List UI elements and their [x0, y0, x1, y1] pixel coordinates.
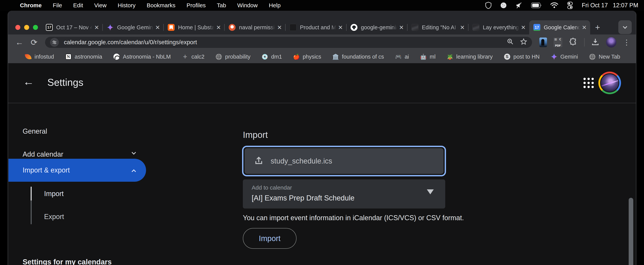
menu-bookmarks[interactable]: Bookmarks [146, 2, 176, 8]
menu-profiles[interactable]: Profiles [186, 2, 206, 8]
tab-google-calendar-active[interactable]: 17 Google Calenda ✕ [529, 20, 590, 34]
close-window-button[interactable] [15, 25, 20, 30]
notebooklm-icon [113, 53, 120, 60]
bookmark-ai[interactable]: 🎮 ai [395, 53, 409, 60]
wifi-icon[interactable] [550, 2, 558, 8]
import-button[interactable]: Import [243, 228, 296, 249]
bookmark-astronomia-nblm[interactable]: Astronomia - NbLM [113, 53, 171, 60]
back-arrow-icon[interactable]: ← [23, 75, 34, 88]
close-icon[interactable]: ✕ [338, 24, 343, 31]
bookmark-infostud[interactable]: infostud [25, 53, 54, 60]
tab-naval-permission[interactable]: naval permissio ✕ [224, 20, 286, 34]
bookmark-gemini[interactable]: Gemini [551, 53, 578, 60]
gemini-diamond-icon [551, 53, 557, 60]
tab-strip: 17 Oct 17 – Nov 4, ✕ Google Gemini ✕ Hom… [8, 11, 636, 34]
tab-google-gemini[interactable]: Google Gemini ✕ [102, 20, 164, 34]
extensions-puzzle-icon[interactable] [569, 37, 578, 47]
tab-lay-everything[interactable]: Lay everything ✕ [468, 20, 529, 34]
google-apps-grid-icon[interactable] [584, 78, 594, 88]
duckduckgo-favicon [229, 24, 236, 31]
close-icon[interactable]: ✕ [399, 24, 404, 31]
settings-content: General Add calendar Import & export Imp… [8, 103, 636, 265]
chevron-down-icon[interactable] [132, 150, 136, 155]
close-icon[interactable]: ✕ [155, 24, 160, 31]
sidebar-item-import-export[interactable]: Import & export [8, 159, 146, 182]
zoom-icon[interactable] [507, 38, 514, 46]
tab-calendar-dates[interactable]: 17 Oct 17 – Nov 4, ✕ [42, 20, 102, 34]
sidebar-item-general[interactable]: General [22, 127, 47, 135]
reload-button[interactable]: ⟳ [31, 38, 38, 47]
menu-chrome[interactable]: Chrome [20, 2, 42, 8]
close-icon[interactable]: ✕ [277, 24, 282, 31]
battery-icon[interactable] [531, 2, 542, 8]
close-icon[interactable]: ✕ [216, 24, 221, 31]
site-settings-icon[interactable] [50, 38, 59, 47]
bookmarks-bar: infostud N astronomia Astronomia - NbLM … [8, 50, 636, 63]
menu-bar-clock[interactable]: Fri Oct 1712:07 PM [582, 2, 638, 9]
menu-file[interactable]: File [53, 2, 62, 8]
bookmark-calc2[interactable]: + calc2 [182, 53, 204, 60]
add-to-calendar-dropdown[interactable]: Add to calendar [AI] Exams Prep Draft Sc… [243, 179, 445, 209]
close-icon[interactable]: ✕ [94, 24, 99, 31]
menu-window[interactable]: Window [237, 2, 258, 8]
bookmark-star-icon[interactable] [520, 38, 527, 46]
fullscreen-window-button[interactable] [33, 25, 38, 30]
bookmark-foundations-of-cs[interactable]: 🏛️ foundations of cs [332, 53, 384, 60]
bookmark-post-to-hn[interactable]: S post to HN [504, 53, 540, 60]
menu-history[interactable]: History [118, 2, 136, 8]
mute-icon[interactable] [516, 2, 523, 9]
bookmark-learning-library[interactable]: 🪴 learning library [446, 53, 492, 60]
bookmark-dm1[interactable]: 💿 dm1 [262, 53, 282, 60]
profile-avatar[interactable] [606, 37, 616, 47]
kindle-extension-icon[interactable] [539, 37, 547, 47]
potted-plant-icon: 🪴 [446, 53, 453, 60]
shield-icon[interactable] [485, 2, 492, 9]
close-icon[interactable]: ✕ [521, 24, 526, 31]
bookmark-probability[interactable]: 🌐 probability [216, 53, 250, 60]
sidebar-item-add-calendar[interactable]: Add calendar [22, 150, 63, 158]
pdf-darkmode-extension-icon[interactable]: PDF [554, 37, 562, 47]
close-icon[interactable]: ✕ [460, 24, 465, 31]
scrollbar-thumb[interactable] [629, 198, 633, 265]
active-indicator [31, 187, 32, 201]
apple-fruit-icon: 🍎 [293, 53, 300, 60]
bookmark-physics[interactable]: 🍎 physics [293, 53, 321, 60]
cd-icon: 💿 [262, 53, 268, 60]
address-bar[interactable]: calendar.google.com/calendar/u/0/r/setti… [45, 37, 532, 48]
bookmark-new-tab[interactable]: 🌐 New Tab [589, 53, 620, 60]
photo-favicon [412, 24, 418, 31]
back-button[interactable]: ← [15, 38, 24, 47]
browser-toolbar: ← ⟳ calendar.google.com/calendar/u/0/r/s… [8, 34, 636, 50]
page-title: Settings [47, 77, 84, 88]
globe-icon: 🌐 [216, 53, 222, 60]
bookmark-astronomia[interactable]: N astronomia [65, 53, 102, 60]
macos-menu-bar: Chrome File Edit View History Bookmarks … [0, 0, 644, 11]
sidebar-section-my-calendars: Settings for my calendars [22, 258, 112, 265]
account-avatar[interactable] [598, 72, 621, 94]
menu-view[interactable]: View [94, 2, 106, 8]
new-tab-button[interactable]: + [590, 20, 605, 34]
file-upload-field-focused[interactable]: study_schedule.ics [242, 146, 446, 176]
downloads-icon[interactable] [591, 38, 600, 47]
chrome-menu-icon[interactable]: ⋮ [623, 38, 630, 46]
sidebar-subitem-export[interactable]: Export [44, 213, 64, 221]
selected-file-name: study_schedule.ics [271, 157, 332, 165]
tab-substack-home[interactable]: Home | Substac ✕ [164, 20, 224, 34]
tab-github-google-gemini[interactable]: google-gemini/g ✕ [346, 20, 407, 34]
menu-tab[interactable]: Tab [217, 2, 226, 8]
dropdown-arrow-icon [427, 189, 434, 194]
bookmark-ml[interactable]: 🤖 ml [420, 53, 436, 60]
close-icon[interactable]: ✕ [582, 24, 587, 31]
calendar-outline-favicon: 17 [46, 24, 53, 31]
dropdown-label: Add to calendar [252, 184, 445, 191]
moon-circle-icon[interactable] [500, 2, 507, 9]
menu-edit[interactable]: Edit [73, 2, 83, 8]
url-text[interactable]: calendar.google.com/calendar/u/0/r/setti… [64, 39, 500, 46]
tab-product-and-me[interactable]: Product and Me ✕ [286, 20, 346, 34]
sidebar-subitem-import[interactable]: Import [44, 190, 64, 198]
tab-editing-doc[interactable]: Editing "No AI C ✕ [407, 20, 468, 34]
menu-help[interactable]: Help [269, 2, 280, 8]
control-center-icon[interactable] [567, 2, 573, 9]
minimize-window-button[interactable] [24, 25, 29, 30]
tab-search-button[interactable] [618, 20, 632, 34]
